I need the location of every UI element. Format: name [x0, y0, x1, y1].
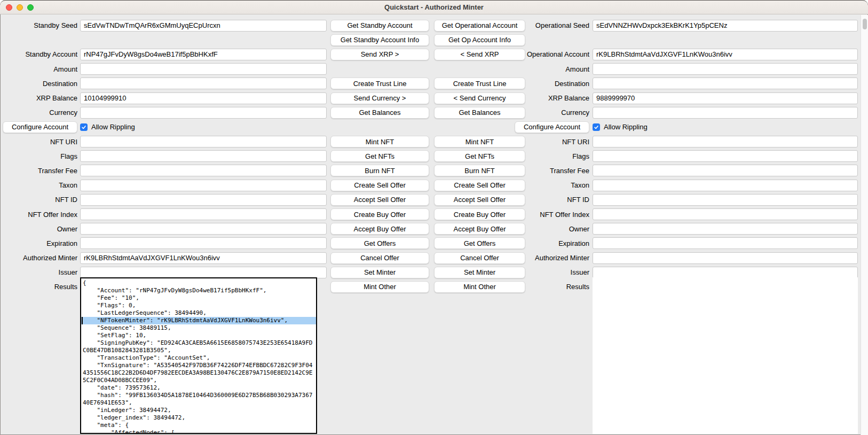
close-window-button[interactable] — [6, 4, 12, 11]
standby-transfer-fee-input[interactable] — [80, 165, 327, 176]
standby-account-input[interactable] — [80, 49, 327, 60]
allow-rippling-operational-label: Allow Rippling — [604, 123, 648, 131]
scrollbar-track[interactable] — [861, 15, 868, 435]
operational-expiration-label: Expiration — [558, 239, 589, 247]
standby-currency-input[interactable] — [80, 107, 327, 119]
operational-flags-label: Flags — [572, 152, 589, 160]
get-standby-account-info-button[interactable]: Get Standby Account Info — [330, 34, 429, 46]
standby-expiration-input[interactable] — [80, 237, 327, 249]
standby-destination-label: Destination — [43, 80, 77, 88]
operational-issuer-label: Issuer — [571, 268, 589, 276]
burn-nft-standby-button[interactable]: Burn NFT — [330, 165, 429, 176]
mint-other-standby-button[interactable]: Mint Other — [330, 281, 429, 293]
accept-buy-offer-standby-button[interactable]: Accept Buy Offer — [330, 223, 429, 235]
main-content: Standby Seed Standby Account Amount Dest… — [0, 15, 868, 435]
operational-currency-input[interactable] — [593, 107, 858, 119]
create-buy-offer-standby-button[interactable]: Create Buy Offer — [330, 208, 429, 220]
standby-results-textarea[interactable]: { "Account": "rNP47gJFvDyW8gsDo4weB17if5… — [80, 277, 317, 434]
standby-authorized-minter-label: Authorized Minter — [23, 254, 77, 262]
standby-entry-column: Allow Rippling — [80, 18, 327, 279]
standby-taxon-label: Taxon — [59, 181, 77, 189]
scrollbar-thumb[interactable] — [863, 19, 867, 29]
operational-issuer-input[interactable] — [593, 267, 858, 278]
traffic-lights — [6, 1, 34, 14]
operational-authorized-minter-input[interactable] — [593, 252, 858, 264]
operational-transfer-fee-label: Transfer Fee — [550, 167, 589, 175]
standby-nft-uri-input[interactable] — [80, 136, 327, 147]
create-trust-line-standby-button[interactable]: Create Trust Line — [330, 77, 429, 89]
allow-rippling-operational-checkbox[interactable] — [593, 123, 600, 131]
set-minter-standby-button[interactable]: Set Minter — [330, 267, 429, 278]
standby-currency-label: Currency — [49, 108, 77, 116]
operational-taxon-input[interactable] — [593, 180, 858, 191]
send-currency-right-button[interactable]: Send Currency > — [330, 92, 429, 104]
app-window: Quickstart - Authorized Minter Standby S… — [0, 0, 868, 435]
standby-seed-input[interactable] — [80, 20, 327, 32]
standby-taxon-input[interactable] — [80, 180, 327, 191]
operational-entry-column: Allow Rippling — [593, 18, 858, 279]
operational-nft-id-label: NFT ID — [567, 196, 589, 204]
standby-expiration-label: Expiration — [46, 239, 77, 247]
operational-nft-id-input[interactable] — [593, 194, 858, 206]
operational-account-input[interactable] — [593, 49, 858, 60]
standby-results-text: { "Account": "rNP47gJFvDyW8gsDo4weB17if5… — [81, 278, 316, 434]
standby-authorized-minter-input[interactable] — [80, 252, 327, 264]
operational-results-textarea[interactable] — [593, 277, 858, 434]
get-offers-standby-button[interactable]: Get Offers — [330, 237, 429, 249]
standby-nft-offer-index-input[interactable] — [80, 208, 327, 220]
get-balances-standby-button[interactable]: Get Balances — [330, 107, 429, 119]
operational-nft-uri-input[interactable] — [593, 136, 858, 147]
standby-seed-label: Standby Seed — [34, 21, 77, 29]
operational-destination-input[interactable] — [593, 77, 858, 89]
check-icon — [594, 125, 599, 130]
operational-results-text — [593, 277, 858, 279]
operational-owner-input[interactable] — [593, 223, 858, 235]
create-sell-offer-standby-button[interactable]: Create Sell Offer — [330, 180, 429, 191]
operational-seed-input[interactable] — [593, 20, 858, 32]
standby-label-column: Standby Seed Standby Account Amount Dest… — [1, 18, 77, 294]
standby-issuer-input[interactable] — [80, 267, 327, 278]
get-standby-account-button[interactable]: Get Standby Account — [330, 20, 429, 32]
operational-transfer-fee-input[interactable] — [593, 165, 858, 176]
standby-issuer-label: Issuer — [59, 268, 77, 276]
operational-xrp-balance-input[interactable] — [593, 92, 858, 104]
operational-amount-label: Amount — [565, 65, 589, 73]
standby-nft-id-label: NFT ID — [55, 196, 77, 204]
operational-destination-label: Destination — [555, 80, 589, 88]
cancel-offer-standby-button[interactable]: Cancel Offer — [330, 252, 429, 264]
accept-sell-offer-standby-button[interactable]: Accept Sell Offer — [330, 194, 429, 206]
standby-nft-id-input[interactable] — [80, 194, 327, 206]
operational-nft-offer-index-input[interactable] — [593, 208, 858, 220]
operational-seed-label: Operational Seed — [535, 21, 589, 29]
operational-owner-label: Owner — [569, 225, 589, 233]
standby-nft-uri-label: NFT URI — [50, 138, 77, 146]
zoom-window-button[interactable] — [27, 4, 34, 11]
window-title: Quickstart - Authorized Minter — [384, 3, 484, 11]
mint-nft-standby-button[interactable]: Mint NFT — [330, 136, 429, 147]
operational-amount-input[interactable] — [593, 63, 858, 75]
standby-amount-input[interactable] — [80, 63, 327, 75]
operational-flags-input[interactable] — [593, 150, 858, 162]
operational-results-label: Results — [566, 283, 589, 291]
configure-account-operational-button[interactable]: Configure Account — [515, 121, 589, 133]
operational-taxon-label: Taxon — [571, 181, 589, 189]
minimize-window-button[interactable] — [17, 4, 23, 11]
operational-account-label: Operational Account — [527, 50, 589, 58]
operational-label-column: Operational Seed Operational Account Amo… — [510, 18, 589, 294]
standby-transfer-fee-label: Transfer Fee — [38, 167, 77, 175]
configure-account-standby-button[interactable]: Configure Account — [3, 121, 77, 133]
operational-expiration-input[interactable] — [593, 237, 858, 249]
standby-button-column: Get Standby Account Get Standby Account … — [330, 18, 429, 294]
standby-nft-offer-index-label: NFT Offer Index — [28, 211, 77, 219]
send-xrp-right-button[interactable]: Send XRP > — [330, 49, 429, 60]
standby-xrp-balance-input[interactable] — [80, 92, 327, 104]
get-nfts-standby-button[interactable]: Get NFTs — [330, 150, 429, 162]
standby-destination-input[interactable] — [80, 77, 327, 89]
standby-owner-input[interactable] — [80, 223, 327, 235]
standby-amount-label: Amount — [53, 65, 77, 73]
standby-owner-label: Owner — [57, 225, 77, 233]
standby-flags-input[interactable] — [80, 150, 327, 162]
allow-rippling-standby-checkbox[interactable] — [80, 123, 88, 131]
allow-rippling-standby-label: Allow Rippling — [91, 123, 135, 131]
title-bar: Quickstart - Authorized Minter — [0, 0, 868, 14]
